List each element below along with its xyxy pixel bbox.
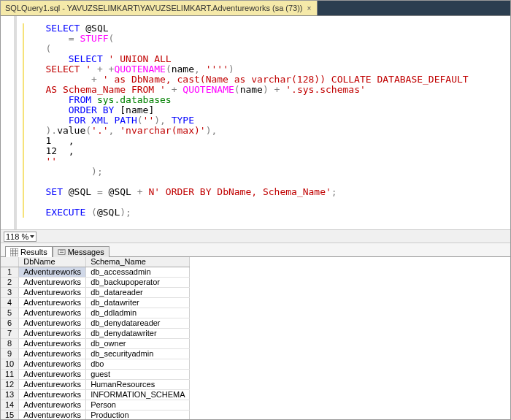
cell-schemaname[interactable]: Person [86,400,190,411]
row-number[interactable]: 15 [1,411,19,420]
table-row[interactable]: 1Adventureworksdb_accessadmin [1,267,190,278]
row-number[interactable]: 14 [1,400,19,411]
table-row[interactable]: 13AdventureworksINFORMATION_SCHEMA [1,390,190,400]
table-row[interactable]: 2Adventureworksdb_backupoperator [1,278,190,288]
cell-dbname[interactable]: Adventureworks [19,411,86,420]
code-line: '' [28,156,57,167]
svg-rect-0 [10,248,18,256]
code-line: 1 , [28,135,74,146]
tab-results[interactable]: Results [5,246,53,257]
table-row[interactable]: 11Adventureworksguest [1,370,190,380]
cell-schemaname[interactable]: db_datawriter [86,298,190,308]
header-row: DbName Schema_Name [1,257,190,267]
code-line: SET @SQL = @SQL + N' ORDER BY DbName, Sc… [28,186,337,197]
row-number[interactable]: 12 [1,380,19,390]
code-line [28,176,34,187]
row-number[interactable]: 8 [1,339,19,349]
row-number[interactable]: 7 [1,329,19,339]
cell-dbname[interactable]: Adventureworks [19,329,86,339]
results-tab-bar: Results Messages [1,243,510,257]
cell-schemaname[interactable]: Production [86,411,190,420]
messages-icon [58,248,66,256]
cell-schemaname[interactable]: db_owner [86,339,190,349]
column-header-dbname[interactable]: DbName [19,257,86,267]
row-number[interactable]: 1 [1,267,19,278]
cell-schemaname[interactable]: dbo [86,359,190,370]
cell-dbname[interactable]: Adventureworks [19,278,86,288]
cell-dbname[interactable]: Adventureworks [19,267,86,278]
table-row[interactable]: 8Adventureworksdb_owner [1,339,190,349]
table-row[interactable]: 10Adventureworksdbo [1,359,190,370]
code-line: = STUFF( [28,33,114,44]
cell-dbname[interactable]: Adventureworks [19,390,86,400]
row-number[interactable]: 3 [1,288,19,298]
cell-dbname[interactable]: Adventureworks [19,370,86,380]
tab-results-label: Results [20,248,47,256]
code-line: SELECT @SQL [28,23,109,34]
results-grid[interactable]: DbName Schema_Name 1Adventureworksdb_acc… [1,257,510,419]
row-number[interactable]: 9 [1,349,19,359]
code-line: ORDER BY [name] [28,104,154,115]
code-line: 12 , [28,145,74,156]
table-row[interactable]: 12AdventureworksHumanResources [1,380,190,390]
close-icon[interactable]: × [306,4,313,12]
code-line: SELECT ' UNION ALL [28,53,172,64]
cell-schemaname[interactable]: INFORMATION_SCHEMA [86,390,190,400]
cell-dbname[interactable]: Adventureworks [19,308,86,318]
tab-messages[interactable]: Messages [53,246,110,257]
code-line: EXECUTE (@SQL); [28,207,131,218]
code-line: FROM sys.databases [28,94,172,105]
row-number[interactable]: 11 [1,370,19,380]
code-line: SELECT ' + +QUOTENAME(name, '''') [28,64,234,75]
cell-dbname[interactable]: Adventureworks [19,349,86,359]
table-row[interactable]: 7Adventureworksdb_denydatawriter [1,329,190,339]
grid-icon [10,248,18,256]
cell-dbname[interactable]: Adventureworks [19,339,86,349]
table-row[interactable]: 5Adventureworksdb_ddladmin [1,308,190,318]
code-line: + ' as DbName, cast(Name as varchar(128)… [28,74,469,85]
cell-schemaname[interactable]: HumanResources [86,380,190,390]
cell-schemaname[interactable]: guest [86,370,190,380]
cell-dbname[interactable]: Adventureworks [19,318,86,329]
rownum-header[interactable] [1,257,19,267]
zoom-value: 118 % [6,232,28,241]
zoom-bar: 118 % [1,229,510,243]
cell-schemaname[interactable]: db_backupoperator [86,278,190,288]
row-number[interactable]: 10 [1,359,19,370]
app-window: SQLQuery1.sql - YAVUZSELIMKART\YAVUZSELI… [0,0,511,420]
table-row[interactable]: 9Adventureworksdb_securityadmin [1,349,190,359]
cell-dbname[interactable]: Adventureworks [19,400,86,411]
table-row[interactable]: 6Adventureworksdb_denydatareader [1,318,190,329]
cell-schemaname[interactable]: db_ddladmin [86,308,190,318]
table-row[interactable]: 3Adventureworksdb_datareader [1,288,190,298]
code-line: ); [28,166,103,177]
cell-schemaname[interactable]: db_securityadmin [86,349,190,359]
document-tab-sqlquery1[interactable]: SQLQuery1.sql - YAVUZSELIMKART\YAVUZSELI… [1,1,318,15]
document-tab-bar: SQLQuery1.sql - YAVUZSELIMKART\YAVUZSELI… [1,1,510,16]
row-number[interactable]: 5 [1,308,19,318]
row-number[interactable]: 4 [1,298,19,308]
table-row[interactable]: 14AdventureworksPerson [1,400,190,411]
cell-schemaname[interactable]: db_denydatareader [86,318,190,329]
cell-dbname[interactable]: Adventureworks [19,359,86,370]
code-line [28,196,34,207]
cell-schemaname[interactable]: db_denydatawriter [86,329,190,339]
chevron-down-icon [30,235,34,238]
sql-editor[interactable]: SELECT @SQL = STUFF( ( SELECT ' UNION AL… [1,16,510,229]
code-line: AS Schema_Name FROM ' + QUOTENAME(name) … [28,84,366,95]
code-line: ).value('.', 'nvarchar(max)'), [28,125,217,136]
cell-schemaname[interactable]: db_accessadmin [86,267,190,278]
column-header-schemaname[interactable]: Schema_Name [86,257,190,267]
tab-messages-label: Messages [68,248,104,256]
zoom-dropdown[interactable]: 118 % [4,232,36,242]
row-number[interactable]: 13 [1,390,19,400]
tab-label: SQLQuery1.sql - YAVUZSELIMKART\YAVUZSELI… [5,4,303,12]
cell-dbname[interactable]: Adventureworks [19,288,86,298]
cell-dbname[interactable]: Adventureworks [19,380,86,390]
cell-schemaname[interactable]: db_datareader [86,288,190,298]
table-row[interactable]: 4Adventureworksdb_datawriter [1,298,190,308]
table-row[interactable]: 15AdventureworksProduction [1,411,190,420]
cell-dbname[interactable]: Adventureworks [19,298,86,308]
row-number[interactable]: 2 [1,278,19,288]
row-number[interactable]: 6 [1,318,19,329]
